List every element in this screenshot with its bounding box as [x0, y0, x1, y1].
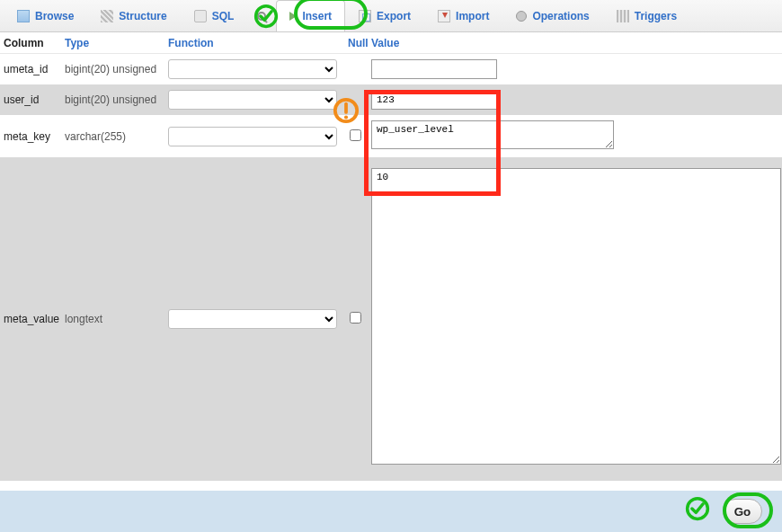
tab-label: Export — [377, 10, 411, 22]
triggers-icon — [617, 10, 629, 22]
value-input[interactable] — [371, 59, 497, 79]
tab-label: Insert — [302, 10, 332, 22]
go-button[interactable]: Go — [723, 499, 762, 524]
column-type: varchar(255) — [65, 130, 168, 143]
tab-insert[interactable]: Insert — [276, 0, 345, 31]
column-type: longtext — [65, 313, 168, 325]
tab-label: Structure — [119, 10, 166, 22]
tab-structure[interactable]: Structure — [87, 0, 180, 31]
search-icon — [257, 12, 266, 21]
tab-label: SQL — [212, 10, 235, 22]
column-name: user_id — [4, 93, 65, 106]
header-function[interactable]: Function — [168, 37, 348, 49]
row-user-id: user_id bigint(20) unsigned — [0, 84, 782, 115]
column-name: meta_value — [4, 313, 65, 325]
tabs-bar: Browse Structure SQL Insert Export Impor… — [0, 0, 782, 32]
import-icon — [438, 10, 450, 22]
tab-label: Operations — [532, 10, 589, 22]
function-select[interactable] — [168, 309, 337, 329]
null-checkbox[interactable] — [350, 129, 361, 141]
export-icon — [359, 10, 371, 22]
tab-triggers[interactable]: Triggers — [603, 0, 690, 31]
header-value[interactable]: Value — [371, 37, 782, 49]
column-name: umeta_id — [4, 63, 65, 75]
null-checkbox[interactable] — [350, 312, 361, 324]
value-input[interactable] — [371, 120, 614, 149]
structure-icon — [101, 10, 113, 22]
header-column: Column — [4, 37, 65, 49]
column-name: meta_key — [4, 130, 65, 143]
header-type[interactable]: Type — [65, 37, 168, 49]
operations-icon — [516, 11, 527, 22]
column-type: bigint(20) unsigned — [65, 63, 168, 75]
tab-sql[interactable]: SQL — [181, 0, 248, 31]
tab-label: Import — [456, 10, 489, 22]
tab-search[interactable] — [247, 0, 276, 31]
row-meta-value: meta_value longtext — [0, 157, 782, 481]
tab-label: Browse — [35, 10, 74, 22]
table-header: Column Type Function Null Value — [0, 32, 782, 54]
tab-export[interactable]: Export — [345, 0, 424, 31]
tab-import[interactable]: Import — [424, 0, 502, 31]
footer-bar: Go — [0, 491, 782, 532]
sql-icon — [194, 10, 207, 22]
insert-form: umeta_id bigint(20) unsigned user_id big… — [0, 54, 782, 481]
tab-label: Triggers — [635, 10, 677, 22]
value-input[interactable] — [371, 90, 497, 110]
header-null[interactable]: Null — [348, 37, 371, 49]
row-meta-key: meta_key varchar(255) — [0, 115, 782, 157]
row-umeta-id: umeta_id bigint(20) unsigned — [0, 54, 782, 84]
function-select[interactable] — [168, 90, 337, 110]
browse-icon — [17, 10, 30, 22]
function-select[interactable] — [168, 59, 337, 79]
insert-icon — [289, 12, 297, 21]
function-select[interactable] — [168, 127, 337, 146]
value-input[interactable] — [371, 168, 781, 465]
column-type: bigint(20) unsigned — [65, 93, 168, 106]
tab-browse[interactable]: Browse — [4, 0, 87, 31]
tab-operations[interactable]: Operations — [502, 0, 602, 31]
